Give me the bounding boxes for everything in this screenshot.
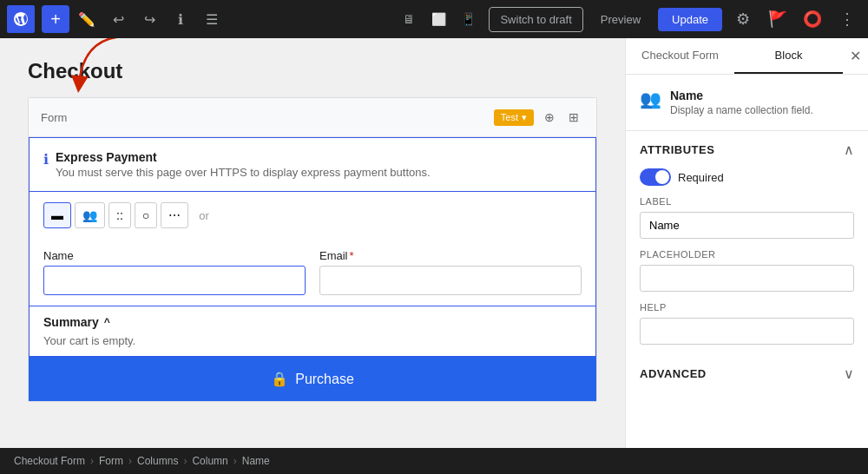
attributes-section: Attributes ∧ Required LABEL PLACEHOLDER … [626,131,868,355]
settings-button[interactable]: ⚙ [729,5,757,33]
dots-payment-button[interactable]: ⋯ [161,202,188,228]
label-input[interactable] [640,212,854,239]
form-header-right: Test ▾ ⊕ ⊞ [494,107,584,128]
name-block-title: Name [670,89,813,102]
add-block-button[interactable]: + [42,5,69,33]
pen-tool-button[interactable]: ✏️ [73,5,101,33]
breadcrumb-form[interactable]: Form [99,455,123,467]
card-icon: ▬ [51,208,63,222]
placeholder-field-title: PLACEHOLDER [640,249,854,260]
breadcrumb-sep-4: › [233,455,237,467]
plugins-button[interactable]: 🚩 [764,5,792,33]
circle-payment-button[interactable]: ○ [135,202,157,228]
express-payment-section: ℹ Express Payment You must serve this pa… [29,137,596,192]
profile-button[interactable]: ⭕ [799,5,826,33]
name-input[interactable] [43,266,306,295]
label-field-title: LABEL [640,196,854,207]
email-input[interactable] [319,266,582,295]
attributes-header: Attributes ∧ [626,131,868,168]
more-options-button[interactable]: ⋮ [833,5,861,33]
toolbar: + ✏️ ↩ ↪ ℹ ☰ 🖥 ⬜ 📱 Switch to draft Previ… [0,0,868,38]
test-label: Test [501,112,518,122]
required-toggle[interactable] [640,168,671,186]
grid-payment-button[interactable]: :: [108,202,131,228]
tab-checkout-form[interactable]: Checkout Form [626,38,734,74]
people-icon: 👥 [82,208,97,222]
or-separator: or [199,209,209,222]
breadcrumb: Checkout Form › Form › Columns › Column … [0,448,868,474]
breadcrumb-sep-2: › [128,455,132,467]
breadcrumb-name: Name [242,455,270,467]
summary-chevron-icon: ^ [104,316,110,328]
form-icon-1-button[interactable]: ⊕ [539,107,560,128]
test-chevron-icon: ▾ [522,112,527,123]
device-buttons: 🖥 ⬜ 📱 [395,5,482,33]
update-button[interactable]: Update [658,8,722,31]
people-payment-button[interactable]: 👥 [75,202,105,228]
attributes-title: Attributes [640,143,714,156]
help-input[interactable] [640,318,854,345]
editor-wrapper: Checkout Form Test ▾ ⊕ ⊞ [28,59,597,402]
name-block-info: 👥 Name Display a name collection field. [640,89,854,116]
panel-close-button[interactable]: ✕ [843,38,868,74]
tab-block[interactable]: Block [734,38,843,74]
breadcrumb-sep-1: › [90,455,94,467]
email-field-group: Email * [319,249,582,295]
form-header: Form Test ▾ ⊕ ⊞ [29,98,596,137]
info-circle-icon: ℹ [43,151,49,168]
name-block-desc: Display a name collection field. [670,104,813,116]
email-required-marker: * [350,249,354,262]
form-fields-row: Name Email * [29,239,596,306]
placeholder-field-row: PLACEHOLDER [626,249,868,302]
info-button[interactable]: ℹ [167,5,194,33]
advanced-title: Advanced [640,367,707,380]
express-payment-desc: You must serve this page over HTTPS to d… [56,166,431,179]
lock-icon: 🔒 [271,371,288,387]
express-payment-header: ℹ Express Payment You must serve this pa… [43,150,582,179]
advanced-expand-button[interactable]: ∨ [844,365,854,382]
purchase-button[interactable]: 🔒 Purchase [29,357,596,401]
required-row: Required [626,168,868,196]
form-icon-2-button[interactable]: ⊞ [563,107,584,128]
breadcrumb-column[interactable]: Column [192,455,227,467]
editor-area: Checkout Form Test ▾ ⊕ ⊞ [0,38,625,448]
breadcrumb-checkout-form[interactable]: Checkout Form [14,455,85,467]
breadcrumb-columns[interactable]: Columns [137,455,178,467]
summary-header[interactable]: Summary ^ [43,315,582,329]
cart-empty-text: Your cart is empty. [43,334,582,347]
purchase-label: Purchase [295,372,354,387]
help-field-row: HELP [626,302,868,355]
express-payment-title: Express Payment [56,150,431,164]
test-badge[interactable]: Test ▾ [494,109,534,126]
breadcrumb-sep-3: › [183,455,187,467]
name-field-label: Name [43,249,306,262]
help-field-title: HELP [640,302,854,313]
redo-button[interactable]: ↪ [135,5,163,33]
label-field-row: LABEL [626,196,868,249]
dots-icon: ⋯ [168,208,181,222]
form-icons: ⊕ ⊞ [539,107,584,128]
preview-button[interactable]: Preview [590,8,651,31]
name-block-section: 👥 Name Display a name collection field. [626,75,868,131]
page-title: Checkout [28,59,597,83]
required-label: Required [678,171,724,184]
attributes-collapse-button[interactable]: ∧ [844,142,854,158]
placeholder-input[interactable] [640,265,854,292]
name-block-icon: 👥 [640,89,661,109]
mobile-view-button[interactable]: 📱 [454,5,482,33]
list-view-button[interactable]: ☰ [198,5,226,33]
payment-methods-row: ▬ 👥 :: ○ ⋯ or [29,192,596,239]
right-panel: Checkout Form Block ✕ 👥 Name Display a n… [625,38,868,448]
express-payment-text: Express Payment You must serve this page… [56,150,431,179]
name-block-text: Name Display a name collection field. [670,89,813,116]
summary-label: Summary [43,315,99,329]
form-container: Form Test ▾ ⊕ ⊞ ℹ [28,97,597,402]
name-field-group: Name [43,249,306,295]
card-payment-button[interactable]: ▬ [43,202,71,228]
tablet-view-button[interactable]: ⬜ [424,5,452,33]
wp-logo [7,5,35,33]
toolbar-right: 🖥 ⬜ 📱 Switch to draft Preview Update ⚙ 🚩… [395,5,861,33]
desktop-view-button[interactable]: 🖥 [395,5,423,33]
switch-to-draft-button[interactable]: Switch to draft [489,7,582,32]
undo-button[interactable]: ↩ [104,5,132,33]
